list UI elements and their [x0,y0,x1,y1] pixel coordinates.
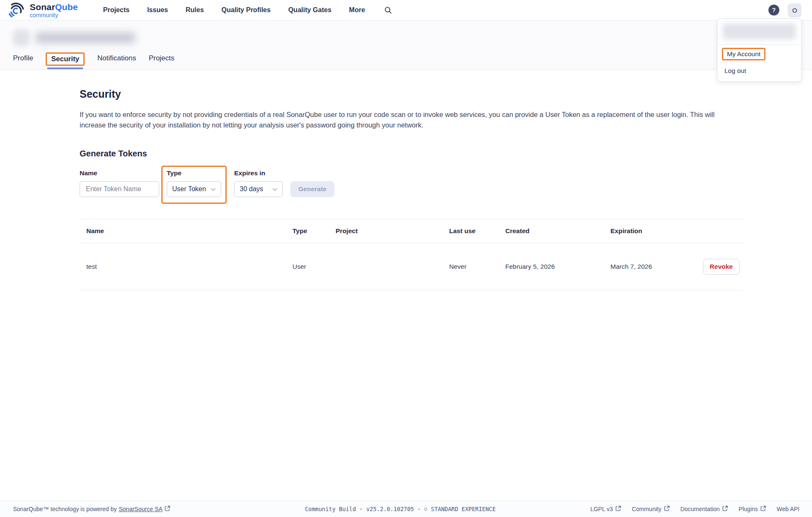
col-header-name: Name [80,219,292,243]
blurred-user-avatar [13,29,30,46]
footer-links: LGPL v3 Community Documentation Plugins … [590,506,799,512]
revoke-button[interactable]: Revoke [703,259,740,275]
separator-dot: • [360,507,363,512]
sonarsource-link-label: SonarSource SA [119,506,162,512]
token-expires-label: Expires in [234,169,283,177]
footer-link-documentation[interactable]: Documentation [680,506,728,512]
search-icon[interactable] [384,6,392,14]
page-title: Security [80,88,812,100]
question-mark-icon: ? [772,7,776,13]
blurred-user-name [36,32,135,43]
brand-name-sonar: Sonar [30,2,55,12]
footer-link-label: Plugins [739,506,758,512]
token-created-cell: February 5, 2026 [505,243,610,290]
user-avatar-button[interactable]: O [788,3,802,17]
tab-profile[interactable]: Profile [13,54,33,69]
powered-by-text: SonarQube™ technology is powered by [13,506,116,512]
token-expires-select[interactable]: 30 days [234,181,283,197]
blurred-user-title [13,29,812,47]
nav-item-quality-profiles[interactable]: Quality Profiles [222,6,271,14]
nav-item-quality-gates[interactable]: Quality Gates [288,6,331,14]
sonarqube-logo[interactable]: SonarQube community [8,1,78,19]
footer-link-plugins[interactable]: Plugins [739,506,766,512]
top-navigation-bar: SonarQube community Projects Issues Rule… [0,0,812,21]
my-account-highlight-ring: My Account [722,48,765,60]
sonar-waves-icon [8,1,26,19]
token-row: test User Never February 5, 2026 March 7… [80,243,744,290]
brand-name-qube: Qube [55,2,78,12]
token-last-use-cell: Never [449,243,505,290]
col-header-expiration: Expiration [610,219,700,243]
token-type-cell: User [292,243,336,290]
footer-build-info: Community Build • v25.2.0.102705 • STAND… [305,506,496,512]
generate-tokens-title: Generate Tokens [80,149,812,158]
nav-item-projects[interactable]: Projects [103,6,129,14]
footer-link-label: Community [632,506,662,512]
external-link-icon [615,506,621,512]
menu-item-my-account[interactable]: My Account [718,45,801,63]
active-tab-underline [47,68,83,69]
token-type-value: User Token [172,185,206,193]
tab-projects[interactable]: Projects [149,54,174,69]
topnav-right-actions: ? O [768,3,802,17]
nav-item-more[interactable]: More [349,6,365,14]
token-type-label: Type [167,169,221,177]
account-page-header: Profile Security Notifications Projects [0,21,812,70]
footer-link-label: Documentation [680,506,720,512]
token-name-input[interactable] [80,181,159,197]
footer-powered-by: SonarQube™ technology is powered by Sona… [13,506,170,512]
my-account-label: My Account [727,50,760,57]
user-dropdown-menu: My Account Log out [717,18,802,82]
build-label: Community Build [305,506,356,512]
nav-item-rules[interactable]: Rules [186,6,204,14]
tab-notifications[interactable]: Notifications [97,54,136,69]
tokens-table: Name Type Project Last use Created Expir… [80,219,744,290]
chevron-down-icon [272,185,277,193]
token-expiration-cell: March 7, 2026 [610,243,700,290]
col-header-actions [700,219,744,243]
col-header-created: Created [505,219,610,243]
brand-text: SonarQube community [30,3,78,18]
external-link-icon [760,506,766,512]
tab-security[interactable]: Security [46,52,85,69]
token-expires-value: 30 days [240,185,263,193]
brand-edition: community [30,12,78,18]
security-description: If you want to enforce security by not p… [80,109,737,130]
token-expires-field: Expires in 30 days [234,169,283,197]
external-link-icon [664,506,670,512]
help-button[interactable]: ? [768,5,779,16]
external-link-icon [165,506,170,512]
sonarsource-link[interactable]: SonarSource SA [119,506,170,512]
footer-link-web-api[interactable]: Web API [777,506,799,512]
menu-item-logout[interactable]: Log out [718,63,801,80]
footer-link-community[interactable]: Community [632,506,670,512]
account-tabs: Profile Security Notifications Projects [0,52,812,69]
security-tab-label: Security [51,55,79,63]
security-page-content: Security If you want to enforce security… [0,70,812,501]
token-name-label: Name [80,169,159,177]
build-version: v25.2.0.102705 [366,506,414,512]
token-name-cell: test [80,243,292,290]
nav-item-issues[interactable]: Issues [147,6,168,14]
experience-dot-icon [424,508,427,511]
generate-button[interactable]: Generate [290,181,334,197]
footer-link-lgpl[interactable]: LGPL v3 [590,506,621,512]
footer-link-label: Web API [777,506,799,512]
page-footer: SonarQube™ technology is powered by Sona… [0,501,812,517]
separator-dot: • [418,507,421,512]
token-project-cell [336,243,449,290]
col-header-last-use: Last use [449,219,505,243]
user-menu-blurred-name [723,23,796,39]
token-type-select[interactable]: User Token [167,181,221,197]
token-type-highlight-ring: Type User Token [161,166,227,204]
footer-link-label: LGPL v3 [590,506,613,512]
generate-token-form: Name Type User Token Expires in 30 days [80,169,812,204]
col-header-project: Project [336,219,449,243]
col-header-type: Type [292,219,336,243]
tokens-table-header-row: Name Type Project Last use Created Expir… [80,219,744,243]
main-nav: Projects Issues Rules Quality Profiles Q… [103,6,365,14]
security-tab-highlight-ring: Security [46,52,85,66]
experience-label: STANDARD EXPERIENCE [431,506,496,512]
token-name-field: Name [80,169,159,197]
chevron-down-icon [211,185,216,193]
